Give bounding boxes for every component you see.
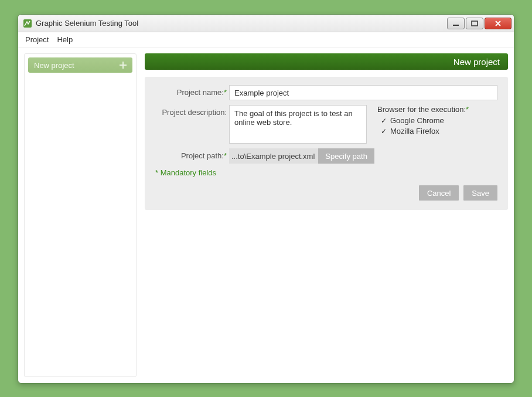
panel-body: Project name:* Project description: Brow…	[145, 77, 508, 210]
main-panel: New project Project name:* Project descr…	[145, 53, 508, 377]
browser-label: Google Chrome	[390, 116, 444, 125]
app-icon	[23, 19, 32, 28]
sidebar: New project	[24, 53, 137, 377]
window-title: Graphic Selenium Testing Tool	[36, 19, 447, 28]
browser-label: Mozilla Firefox	[390, 127, 439, 135]
project-name-input[interactable]	[229, 85, 497, 100]
label-browsers: Browser for the execution:*	[377, 105, 469, 114]
label-project-path: Project path:*	[155, 148, 229, 160]
browser-option-chrome[interactable]: ✓ Google Chrome	[377, 116, 469, 125]
menubar: Project Help	[18, 32, 514, 47]
minimize-button[interactable]	[447, 18, 465, 29]
client-area: New project New project Project name:*	[18, 47, 514, 383]
svg-rect-1	[453, 25, 459, 26]
asterisk-icon: *	[224, 88, 227, 97]
window-controls	[447, 18, 511, 29]
asterisk-icon: *	[466, 105, 469, 114]
project-description-input[interactable]	[229, 105, 367, 144]
browser-option-firefox[interactable]: ✓ Mozilla Firefox	[377, 127, 469, 135]
panel-title: New project	[453, 57, 500, 67]
plus-icon	[118, 60, 128, 70]
maximize-button[interactable]	[466, 18, 483, 29]
browsers-group: Browser for the execution:* ✓ Google Chr…	[377, 105, 469, 144]
asterisk-icon: *	[224, 151, 227, 160]
mandatory-fields-note: * Mandatory fields	[155, 168, 497, 177]
close-button[interactable]	[485, 18, 511, 29]
label-project-name: Project name:*	[155, 85, 229, 97]
sidebar-new-project-button[interactable]: New project	[28, 57, 132, 73]
titlebar: Graphic Selenium Testing Tool	[18, 15, 514, 32]
row-project-description: Project description: Browser for the exe…	[155, 105, 497, 144]
svg-rect-2	[472, 21, 478, 26]
menu-project[interactable]: Project	[25, 35, 49, 44]
row-project-name: Project name:*	[155, 85, 497, 100]
checkmark-icon: ✓	[381, 127, 387, 135]
save-button[interactable]: Save	[463, 185, 497, 201]
specify-path-button[interactable]: Specify path	[318, 148, 374, 164]
app-window: Graphic Selenium Testing Tool Project He…	[18, 14, 514, 384]
menu-help[interactable]: Help	[57, 35, 73, 44]
project-path-display: ...to\Example project.xml	[229, 148, 318, 164]
label-project-description: Project description:	[155, 105, 229, 117]
sidebar-new-project-label: New project	[34, 61, 74, 70]
row-project-path: Project path:* ...to\Example project.xml…	[155, 148, 497, 164]
checkmark-icon: ✓	[381, 117, 387, 125]
cancel-button[interactable]: Cancel	[419, 185, 459, 201]
panel-header: New project	[145, 53, 508, 70]
action-buttons: Cancel Save	[155, 185, 497, 201]
